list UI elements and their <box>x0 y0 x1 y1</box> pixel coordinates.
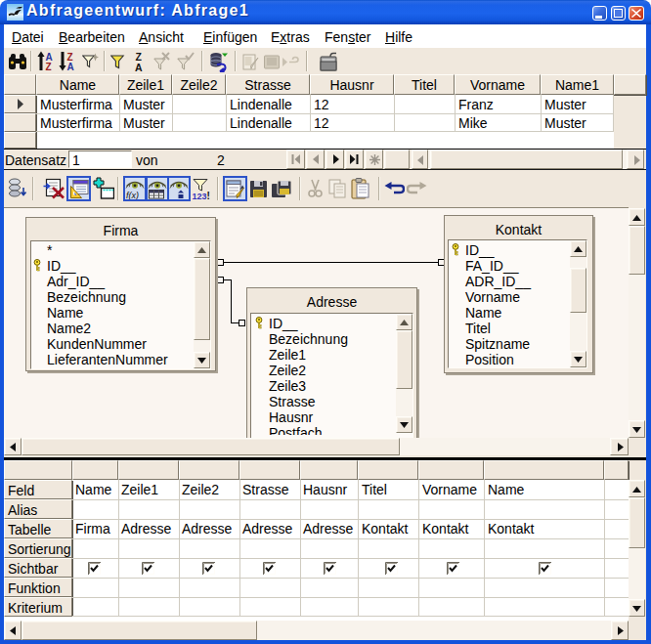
svg-text:Z: Z <box>46 62 52 71</box>
svg-text:A: A <box>135 62 143 72</box>
svg-text:!: ! <box>207 191 210 201</box>
svg-text:123: 123 <box>193 192 207 201</box>
svg-text:A: A <box>67 62 74 71</box>
svg-text:f(x): f(x) <box>126 191 139 199</box>
